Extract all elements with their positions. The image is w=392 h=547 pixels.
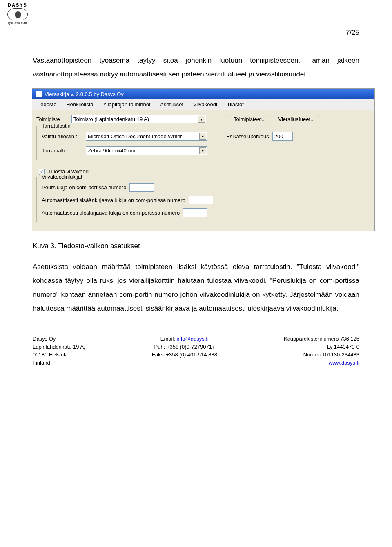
menubar: Tiedosto Henkilölista Ylläpitäjän toimin… [32,99,374,110]
auto-sisaan-input[interactable] [189,196,213,204]
logo-brand: DASYS [2,2,33,7]
menu-viivakoodi[interactable]: Viivakoodi [189,100,221,109]
chevron-down-icon: ▾ [199,147,206,154]
app-window: Vieraskirja v. 2.0.0.5 by Dasys Oy Tiedo… [32,88,375,231]
email-link[interactable]: info@dasys.fi [177,336,209,342]
logo: DASYS eyes wide open [2,2,33,24]
tarramalli-value: Zebra 90mmx40mm [88,148,135,154]
footer-country: Finland [33,359,85,367]
menu-tiedosto[interactable]: Tiedosto [32,100,60,109]
peruslukija-input[interactable] [129,183,154,192]
app-title: Vieraskirja v. 2.0.0.5 by Dasys Oy [45,91,124,97]
website-link[interactable]: www.dasys.fi [329,360,359,366]
vierailualueet-button[interactable]: Vierailualueet... [274,115,319,123]
titlebar: Vieraskirja v. 2.0.0.5 by Dasys Oy [32,89,374,99]
group-tarratulostin: Tarratulostin Valittu tulostin : Microso… [36,126,370,160]
app-icon [36,91,42,97]
tarramalli-label: Tarramalli [42,148,82,154]
paragraph-1: Vastaanottopisteen työasema täytyy sitoa… [33,54,359,81]
paragraph-2: Asetuksista voidaan määrittää toimipiste… [33,260,359,316]
footer-address2: 00180 Helsinki [33,351,85,359]
footer-fax: Faksi +358 (0) 401-514 888 [152,351,217,359]
peruslukija-label: Peurslukija on com-portissa numero [42,184,126,191]
page-number: 7/25 [33,0,359,47]
footer: Dasys Oy Lapinlahdenkatu 19 A, 00180 Hel… [0,335,392,375]
menu-tilastot[interactable]: Tilastot [223,100,247,109]
toimipisteet-button[interactable]: Toimipisteet... [229,115,270,123]
auto-sisaan-label: Automaattisesti sisäänkirjaava lukija on… [42,197,185,203]
footer-regnum: Kaupparekisterinumero 736.125 [284,335,359,343]
toimipiste-select[interactable]: Toimisto (Lapinlahdenkatu 19 A) ▾ [71,115,206,123]
auto-ulos-label: Automaattisesti uloskirjaava lukija on c… [42,210,180,216]
menu-asetukset[interactable]: Asetukset [156,100,187,109]
esikatselukorkeus-input[interactable]: 200 [272,132,293,141]
menu-henkilolista[interactable]: Henkilölista [62,100,97,109]
valittu-tulostin-select[interactable]: Microsoft Office Document Image Writer ▾ [86,132,207,141]
footer-ly: Ly 1443479-0 [284,343,359,351]
tarramalli-select[interactable]: Zebra 90mmx40mm ▾ [86,146,207,155]
footer-company: Dasys Oy [33,335,85,343]
footer-email: Email: info@dasys.fi [152,335,217,343]
footer-bank: Nordea 101130-234483 [284,351,359,359]
footer-phone: Puh: +358 (0)9-72790717 [152,343,217,351]
valittu-tulostin-value: Microsoft Office Document Image Writer [88,133,182,139]
toimipiste-value: Toimisto (Lapinlahdenkatu 19 A) [74,116,149,122]
logo-tagline: eyes wide open [2,21,33,24]
client-area: Toimipiste : Toimisto (Lapinlahdenkatu 1… [32,110,374,231]
logo-eye-icon [7,8,28,20]
footer-left: Dasys Oy Lapinlahdenkatu 19 A, 00180 Hel… [33,335,85,367]
menu-yllapitajan[interactable]: Ylläpitäjän toiminnot [99,100,154,109]
esikatselukorkeus-label: Esikatselukorkeus [226,133,269,139]
chevron-down-icon: ▾ [198,116,205,123]
footer-right: Kaupparekisterinumero 736.125 Ly 1443479… [284,335,359,367]
valittu-tulostin-label: Valittu tulostin : [42,133,82,139]
figure-caption: Kuva 3. Tiedosto-valikon asetukset [33,239,359,253]
auto-ulos-input[interactable] [183,208,207,217]
chevron-down-icon: ▾ [199,133,206,140]
group-viivakoodinlukijat: Viivakoodinlukijat Peurslukija on com-po… [36,177,370,222]
footer-center: Email: info@dasys.fi Puh: +358 (0)9-7279… [152,335,217,367]
footer-address1: Lapinlahdenkatu 19 A, [33,343,85,351]
group-tarratulostin-title: Tarratulostin [40,123,72,129]
toimipiste-label: Toimipiste : [36,116,68,122]
group-viivakoodinlukijat-title: Viivakoodinlukijat [40,174,84,180]
